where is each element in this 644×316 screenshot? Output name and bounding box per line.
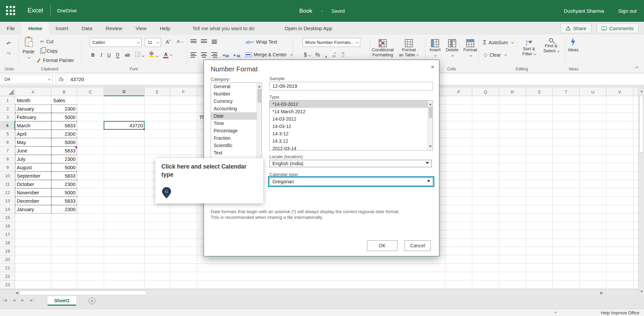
app-launcher-icon[interactable] [6, 6, 15, 15]
fill-color-button[interactable] [149, 52, 158, 58]
row-header-19[interactable]: 19 [0, 247, 15, 255]
sign-out-link[interactable]: Sign out [618, 8, 637, 14]
row-header-12[interactable]: 12 [0, 188, 15, 197]
horizontal-scroll-thumb[interactable] [19, 291, 147, 295]
category-listbox[interactable]: GeneralNumberCurrencyAccountingDateTimeP… [211, 82, 262, 165]
bold-button[interactable]: B [91, 52, 95, 58]
cell-A1[interactable]: Month [15, 96, 51, 105]
row-header-6[interactable]: 6 [0, 138, 15, 146]
category-item-scientific[interactable]: Scientific [211, 142, 262, 149]
first-sheet-icon[interactable]: |◀ [3, 298, 7, 302]
scroll-down-icon[interactable]: ▼ [640, 290, 643, 293]
row-header-4[interactable]: 4 [0, 121, 15, 130]
align-center-button[interactable] [201, 52, 207, 58]
column-header-T[interactable]: T [553, 88, 580, 96]
row-header-7[interactable]: 7 [0, 146, 15, 155]
category-item-accounting[interactable]: Accounting [211, 105, 262, 112]
delete-cells-button[interactable]: ✕ Delete [444, 38, 460, 58]
type-item-5[interactable]: 14.3.12 [270, 137, 433, 145]
type-item-0[interactable]: *14-03-2012 [270, 101, 433, 108]
collapse-ribbon-button[interactable] [635, 67, 639, 70]
align-left-button[interactable] [191, 52, 197, 58]
redo-button[interactable]: ↷ [5, 50, 13, 58]
row-header-13[interactable]: 13 [0, 197, 15, 205]
format-as-table-button[interactable]: Format as Table ~ [398, 38, 420, 57]
insert-cells-button[interactable]: Insert [427, 38, 443, 58]
menu-tab-insert[interactable]: Insert [49, 22, 75, 35]
column-header-R[interactable]: R [499, 88, 526, 96]
font-name-combobox[interactable]: Calibri [90, 38, 142, 47]
locale-dropdown[interactable]: English (India) [269, 160, 432, 167]
shrink-font-button[interactable]: A [177, 39, 183, 44]
row-header-3[interactable]: 3 [0, 113, 15, 121]
active-cell-selection[interactable] [104, 121, 145, 130]
row-header-20[interactable]: 20 [0, 255, 15, 264]
row-header-9[interactable]: 9 [0, 163, 15, 172]
category-item-time[interactable]: Time [211, 120, 262, 127]
row-header-2[interactable]: 2 [0, 105, 15, 113]
type-item-2[interactable]: 14-03-2012 [270, 115, 433, 123]
menu-tab-review[interactable]: Review [99, 22, 129, 35]
column-header-S[interactable]: S [526, 88, 553, 96]
category-item-fraction[interactable]: Fraction [211, 134, 262, 142]
menu-tab-home[interactable]: Home [21, 22, 49, 35]
align-bottom-button[interactable] [211, 39, 217, 44]
row-header-21[interactable]: 21 [0, 264, 15, 272]
category-item-currency[interactable]: Currency [211, 98, 262, 105]
copy-button[interactable]: Copy [40, 48, 58, 54]
document-title[interactable]: Book [299, 8, 312, 14]
menu-tab-file[interactable]: File [0, 22, 21, 35]
scroll-down-icon[interactable] [429, 145, 432, 149]
grow-font-button[interactable]: A [166, 39, 171, 45]
row-header-11[interactable]: 11 [0, 180, 15, 188]
type-item-4[interactable]: 14-3-12 [270, 130, 433, 137]
column-header-P[interactable]: P [445, 88, 472, 96]
column-header-U[interactable]: U [580, 88, 606, 96]
category-item-text[interactable]: Text [211, 149, 262, 156]
column-header-Q[interactable]: Q [472, 88, 499, 96]
scroll-right-icon[interactable]: ▶ [600, 291, 603, 295]
find-select-button[interactable]: Find & Select [541, 38, 561, 53]
wrap-text-button[interactable]: ab↩Wrap Text [246, 39, 277, 45]
format-cells-button[interactable]: Format [462, 38, 478, 58]
row-header-8[interactable]: 8 [0, 155, 15, 163]
column-header-E[interactable]: E [145, 88, 170, 96]
align-right-button[interactable] [211, 52, 217, 58]
column-header-D[interactable]: D [104, 88, 145, 96]
column-header-C[interactable]: C [77, 88, 104, 96]
paste-button[interactable]: Paste [21, 38, 36, 60]
open-in-desktop-button[interactable]: Open in Desktop App [284, 22, 332, 35]
number-format-combobox[interactable]: More Number Formats.. [303, 38, 360, 47]
autosum-button[interactable]: ΣAutoSum [483, 39, 513, 46]
row-header-10[interactable]: 10 [0, 172, 15, 180]
scroll-left-icon[interactable]: ◀ [15, 291, 18, 295]
row-header-5[interactable]: 5 [0, 130, 15, 138]
category-item-number[interactable]: Number [211, 90, 262, 98]
prev-sheet-icon[interactable]: ◀ [13, 298, 15, 302]
align-middle-button[interactable] [201, 39, 207, 44]
cut-button[interactable]: ✂Cut [40, 39, 54, 44]
row-header-18[interactable]: 18 [0, 239, 15, 247]
close-icon[interactable]: × [431, 63, 434, 71]
type-scrollbar[interactable] [428, 101, 433, 150]
column-header-F[interactable]: F [170, 88, 197, 96]
fill-handle[interactable] [143, 128, 145, 130]
double-underline-button[interactable]: D [116, 52, 119, 58]
row-header-15[interactable]: 15 [0, 213, 15, 222]
ideas-button[interactable]: Ideas [566, 38, 580, 52]
increase-decimal-button[interactable]: ←0.00 [332, 52, 336, 58]
menu-tab-view[interactable]: View [129, 22, 153, 35]
category-item-general[interactable]: General [211, 83, 262, 90]
align-top-button[interactable] [191, 39, 197, 44]
type-item-6[interactable]: 2012-03-14 [270, 145, 433, 150]
row-header-17[interactable]: 17 [0, 230, 15, 239]
sheet-tab-sheet1[interactable]: Sheet1 [48, 296, 76, 306]
horizontal-scrollbar[interactable]: ◀ ▶ [0, 289, 638, 296]
scroll-up-icon[interactable] [429, 102, 432, 105]
row-header-22[interactable]: 22 [0, 272, 15, 280]
vertical-scrollbar[interactable]: ▲ ▼ [638, 88, 644, 296]
calendar-type-dropdown[interactable]: Gregorian [269, 178, 433, 186]
accounting-format-button[interactable]: $ [304, 52, 310, 58]
clear-button[interactable]: ◇Clear [484, 52, 506, 58]
conditional-formatting-button[interactable]: Conditional Formatting ~ [372, 38, 394, 62]
